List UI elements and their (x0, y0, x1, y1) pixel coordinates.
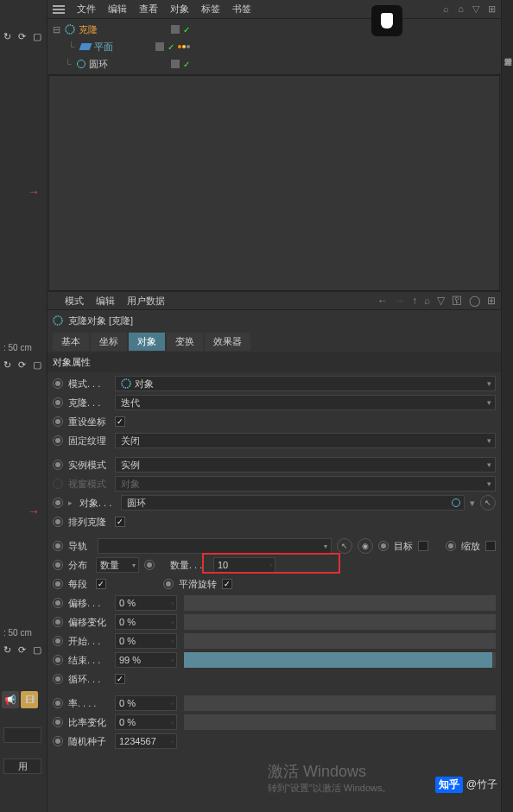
tree-row-clone[interactable]: ⊟ 克隆 ✓ (48, 21, 501, 38)
menu-edit-2[interactable]: 编辑 (96, 295, 115, 308)
tool-cycle-icon-2[interactable]: ⟳ (18, 359, 26, 371)
prop-object-linkfield[interactable]: 圆环 (121, 495, 465, 511)
search-icon[interactable]: ⌕ (443, 3, 449, 15)
ring-icon[interactable]: ◯ (469, 295, 480, 307)
anim-dot[interactable] (53, 541, 63, 551)
menu-file[interactable]: 文件 (77, 3, 96, 16)
anim-dot[interactable] (53, 736, 63, 746)
tool-cycle-icon-3[interactable]: ⟳ (18, 644, 26, 656)
menu-edit[interactable]: 编辑 (108, 3, 127, 16)
prop-resetcoord-checkbox[interactable] (115, 416, 125, 427)
prop-distribution-dropdown[interactable]: 数量 (96, 557, 139, 573)
nav-back-icon[interactable]: ← (377, 295, 388, 307)
prop-end-field[interactable]: 99 % (115, 652, 177, 668)
expander-icon[interactable]: ⊟ (53, 24, 61, 35)
prop-offset-field[interactable]: 0 % (115, 595, 177, 611)
menu-bookmarks[interactable]: 书签 (232, 3, 251, 16)
tab-transform[interactable]: 变换 (167, 333, 203, 351)
nav-up-icon[interactable]: ↑ (412, 295, 417, 307)
prop-rate-field[interactable]: 0 % (115, 695, 177, 711)
hierarchy-empty-area[interactable] (48, 75, 500, 291)
prop-offset-slider[interactable] (184, 595, 496, 611)
tab-basic[interactable]: 基本 (53, 333, 89, 351)
menu-view[interactable]: 查看 (139, 3, 158, 16)
prop-arrangeclone-checkbox[interactable] (115, 517, 125, 527)
anim-dot[interactable] (163, 579, 174, 589)
prop-start-slider[interactable] (184, 633, 496, 649)
picker-icon[interactable]: ↖ (337, 538, 352, 554)
anim-dot[interactable] (53, 698, 63, 708)
film-icon[interactable]: 🎞 (21, 691, 38, 708)
anim-dot[interactable] (53, 617, 63, 627)
enable-check-icon[interactable]: ✓ (183, 25, 190, 35)
prop-scale-checkbox[interactable] (485, 541, 496, 551)
prop-loop-checkbox[interactable] (115, 674, 125, 684)
tool-rect-icon-3[interactable]: ▢ (33, 644, 41, 656)
search-icon[interactable]: ⌕ (424, 295, 430, 307)
filter-icon[interactable]: ▽ (472, 3, 479, 15)
prop-mode-dropdown[interactable]: 对象 (115, 376, 496, 391)
tree-row-plane[interactable]: └ 平面 ✓ (48, 38, 501, 55)
left-numeric-field[interactable] (3, 727, 41, 743)
menu-tags[interactable]: 标签 (201, 3, 220, 16)
anim-dot[interactable] (53, 655, 63, 665)
menu-userdata[interactable]: 用户数据 (127, 295, 165, 308)
prop-offsetvar-slider[interactable] (184, 614, 496, 630)
anim-dot[interactable] (53, 460, 63, 470)
prop-rate-slider[interactable] (184, 695, 496, 711)
anim-dot[interactable] (53, 717, 63, 727)
prop-start-field[interactable]: 0 % (115, 633, 177, 649)
anim-dot[interactable] (53, 435, 63, 446)
prop-target-checkbox[interactable] (418, 541, 428, 551)
new-window-icon[interactable]: ⊞ (487, 295, 496, 307)
menu-object[interactable]: 对象 (170, 3, 189, 16)
menu-mode[interactable]: 模式 (65, 295, 84, 308)
anim-dot[interactable] (53, 560, 63, 570)
prop-rail-linkfield[interactable]: ▾ (98, 538, 332, 554)
prop-smoothrotation-checkbox[interactable] (222, 579, 232, 589)
tab-coord[interactable]: 坐标 (91, 333, 127, 351)
sound-icon[interactable]: 📢 (2, 691, 19, 708)
prop-fixtexture-dropdown[interactable]: 关闭 (115, 433, 496, 448)
prop-count-field[interactable]: 10 (213, 557, 276, 573)
tool-rect-icon-2[interactable]: ▢ (33, 359, 41, 371)
nav-forward-icon[interactable]: → (395, 295, 405, 307)
anim-dot[interactable] (53, 636, 63, 646)
hamburger-icon[interactable] (53, 5, 65, 14)
tool-rect-icon[interactable]: ▢ (33, 31, 41, 42)
anim-dot[interactable] (53, 498, 63, 508)
anim-dot[interactable] (144, 560, 155, 570)
add-icon[interactable]: ⊞ (488, 3, 496, 15)
anim-dot[interactable] (53, 378, 63, 389)
anim-dot[interactable] (53, 397, 63, 408)
tab-object[interactable]: 对象 (129, 333, 165, 351)
anim-dot[interactable] (53, 517, 63, 527)
prop-ratevar-slider[interactable] (184, 714, 496, 730)
anim-dot[interactable] (378, 541, 389, 551)
anim-dot[interactable] (53, 579, 63, 589)
prop-ratevar-field[interactable]: 0 % (115, 714, 177, 730)
filter-icon[interactable]: ▽ (437, 295, 445, 307)
prop-instancemode-dropdown[interactable]: 实例 (115, 457, 496, 473)
anim-dot[interactable] (53, 416, 63, 427)
layer-tag-icon[interactable] (155, 42, 164, 51)
tool-cycle-icon[interactable]: ⟳ (18, 31, 26, 42)
prop-offsetvar-field[interactable]: 0 % (115, 614, 177, 630)
prop-end-slider[interactable] (184, 652, 496, 668)
enable-check-icon[interactable]: ✓ (168, 42, 174, 52)
picker-icon[interactable]: ↖ (480, 495, 496, 511)
home-icon[interactable]: ⌂ (458, 3, 464, 15)
tool-rotate-icon-3[interactable]: ↻ (3, 644, 11, 656)
anim-dot[interactable] (53, 674, 63, 684)
layer-tag-icon[interactable] (171, 25, 180, 34)
prop-randomseed-field[interactable]: 1234567 (115, 733, 177, 749)
tab-effectors[interactable]: 效果器 (205, 333, 250, 351)
anim-dot[interactable] (446, 541, 456, 551)
chevron-down-icon[interactable]: ▾ (470, 498, 475, 509)
prop-clone-dropdown[interactable]: 迭代 (115, 395, 496, 410)
prop-persegment-checkbox[interactable] (96, 579, 106, 589)
tag-dynamics-icon[interactable] (178, 45, 190, 48)
tool-rotate-icon[interactable]: ↻ (3, 31, 11, 42)
lock-icon[interactable]: ⚿ (452, 295, 462, 307)
layer-tag-icon[interactable] (171, 60, 180, 68)
